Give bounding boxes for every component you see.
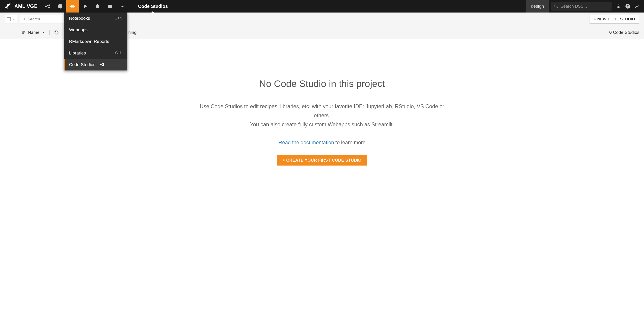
empty-description: Use Code Studios to edit recipes, librar…: [194, 102, 450, 129]
menu-item-label: Webapps: [69, 27, 88, 33]
play-icon[interactable]: [79, 0, 91, 13]
menu-code-studios[interactable]: Code Studios: [64, 59, 128, 71]
more-icon[interactable]: [116, 0, 129, 13]
divider: [49, 30, 50, 35]
menu-item-label: RMarkdown Reports: [69, 39, 109, 44]
svg-point-21: [23, 18, 25, 20]
code-icon[interactable]: [66, 0, 79, 13]
shortcut-label: G+N: [115, 16, 122, 21]
svg-rect-4: [96, 5, 99, 8]
svg-point-11: [618, 5, 619, 5]
tag-icon[interactable]: [54, 30, 59, 35]
empty-title: No Code Studio in this project: [0, 78, 644, 89]
svg-point-16: [617, 7, 618, 8]
svg-point-1: [49, 5, 50, 6]
sort-label: Name: [28, 30, 40, 35]
toolbar-search[interactable]: [20, 15, 64, 24]
arrow-icon[interactable]: [632, 0, 642, 13]
svg-point-0: [46, 6, 46, 7]
chevron-down-icon: [13, 19, 15, 20]
checkbox-icon: [7, 17, 11, 21]
robot-icon[interactable]: [91, 0, 104, 13]
search-icon: [554, 4, 558, 9]
svg-point-9: [554, 5, 557, 7]
code-dropdown-menu: Notebooks G+N Webapps RMarkdown Reports …: [64, 13, 128, 71]
menu-webapps[interactable]: Webapps: [64, 24, 128, 36]
running-filter[interactable]: ning: [128, 30, 137, 35]
help-icon[interactable]: ?: [623, 0, 632, 13]
page-title: Code Studios: [138, 4, 168, 9]
toolbar-search-input[interactable]: [28, 17, 62, 22]
menu-item-label: Notebooks: [69, 16, 90, 21]
menu-notebooks[interactable]: Notebooks G+N: [64, 13, 128, 24]
design-button[interactable]: design: [526, 0, 549, 13]
circle-icon[interactable]: [54, 0, 66, 13]
new-code-studio-button[interactable]: + NEW CODE STUDIO: [590, 15, 639, 24]
menu-rmarkdown[interactable]: RMarkdown Reports: [64, 36, 128, 47]
svg-point-6: [121, 6, 122, 7]
documentation-link[interactable]: Read the documentation: [278, 140, 334, 145]
dashboard-icon[interactable]: [104, 0, 116, 13]
count-display: 0 Code Studios: [609, 30, 639, 35]
svg-point-3: [58, 4, 62, 8]
apps-icon[interactable]: [614, 0, 623, 13]
vscode-icon: [100, 62, 104, 67]
svg-point-22: [55, 31, 56, 32]
svg-point-15: [620, 6, 620, 7]
menu-item-label: Code Studios: [69, 62, 96, 67]
project-name[interactable]: AML VGE: [12, 3, 41, 9]
global-search[interactable]: [551, 2, 612, 11]
menu-libraries[interactable]: Libraries G+L: [64, 47, 128, 59]
svg-point-12: [620, 5, 620, 5]
svg-point-14: [618, 6, 619, 7]
svg-point-13: [617, 6, 618, 7]
shortcut-label: G+L: [115, 51, 122, 55]
chevron-down-icon: [42, 31, 45, 34]
svg-point-17: [618, 7, 619, 8]
doc-line: Read the documentation to learn more: [0, 140, 644, 146]
sort-icon: [21, 30, 26, 35]
svg-point-8: [124, 6, 124, 7]
create-first-button[interactable]: + CREATE YOUR FIRST CODE STUDIO: [277, 155, 367, 166]
svg-text:?: ?: [627, 5, 629, 8]
svg-point-18: [620, 7, 620, 8]
svg-point-2: [49, 7, 50, 8]
svg-point-7: [122, 6, 123, 7]
menu-item-label: Libraries: [69, 51, 86, 56]
flow-icon[interactable]: [41, 0, 54, 13]
select-all-dropdown[interactable]: [5, 15, 17, 24]
sort-control[interactable]: Name: [21, 30, 45, 35]
svg-point-10: [617, 5, 618, 5]
global-search-input[interactable]: [560, 4, 609, 9]
search-icon: [22, 18, 26, 21]
logo-icon[interactable]: [0, 0, 12, 13]
